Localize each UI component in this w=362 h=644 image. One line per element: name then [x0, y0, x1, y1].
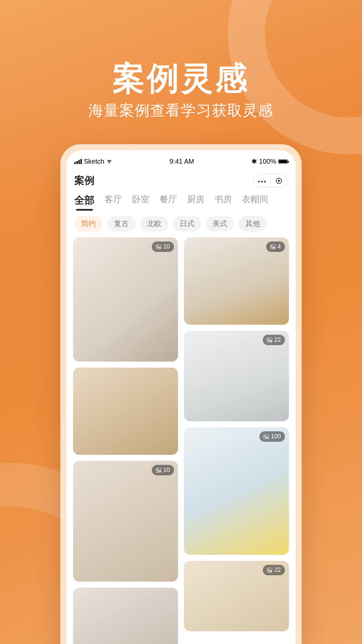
room-tabs: 全部 客厅 卧室 餐厅 厨房 书房 衣帽间: [66, 190, 296, 211]
image-icon: [156, 245, 161, 249]
image-icon: [263, 434, 269, 439]
case-card[interactable]: 22: [184, 331, 289, 421]
status-bar: Sketch 9:41 AM ✱ 100%: [66, 154, 296, 169]
wifi-icon: [106, 158, 112, 164]
tab-livingroom[interactable]: 客厅: [105, 194, 122, 211]
style-retro[interactable]: 复古: [107, 216, 135, 231]
case-card[interactable]: 4: [184, 237, 289, 325]
image-icon: [267, 338, 272, 342]
image-icon: [270, 245, 276, 249]
photo-count-badge: 100: [259, 431, 285, 442]
phone-screen: Sketch 9:41 AM ✱ 100% 案例: [66, 150, 296, 644]
carrier-label: Sketch: [84, 158, 104, 165]
status-time: 9:41 AM: [170, 158, 194, 165]
style-american[interactable]: 美式: [206, 216, 234, 231]
battery-label: 100%: [259, 158, 276, 165]
image-icon: [267, 568, 272, 573]
phone-frame: Sketch 9:41 AM ✱ 100% 案例: [60, 144, 302, 644]
status-left: Sketch: [74, 158, 112, 165]
style-minimal[interactable]: 简约: [74, 216, 103, 231]
page-header: 案例: [66, 169, 296, 190]
photo-count-badge: 10: [152, 465, 174, 475]
photo-count-badge: 22: [263, 335, 285, 345]
style-filters: 简约 复古 北欧 日式 美式 其他: [66, 211, 296, 235]
capsule-close-button[interactable]: [270, 174, 287, 187]
tab-diningroom[interactable]: 餐厅: [160, 194, 177, 211]
tab-closet[interactable]: 衣帽间: [242, 194, 268, 211]
tab-bedroom[interactable]: 卧室: [132, 194, 149, 211]
tab-all[interactable]: 全部: [74, 194, 95, 211]
case-card[interactable]: [73, 588, 178, 644]
tab-kitchen[interactable]: 厨房: [187, 194, 204, 211]
photo-count: 10: [163, 243, 170, 250]
capsule-more-button[interactable]: [253, 174, 270, 187]
case-card[interactable]: 10: [73, 237, 178, 362]
hero-subtitle: 海量案例查看学习获取灵感: [0, 101, 362, 120]
image-icon: [156, 468, 161, 473]
style-other[interactable]: 其他: [239, 216, 267, 231]
hero-title: 案例灵感: [0, 57, 362, 101]
style-nordic[interactable]: 北欧: [140, 216, 168, 231]
tab-study[interactable]: 书房: [215, 194, 232, 211]
battery-icon: [278, 159, 288, 164]
photo-count-badge: 10: [152, 241, 174, 252]
case-card[interactable]: 10: [73, 461, 178, 582]
promo-background: 案例灵感 海量案例查看学习获取灵感 Sketch 9:41 AM ✱ 100%: [0, 0, 362, 644]
photo-count: 22: [274, 567, 281, 574]
photo-count: 4: [278, 243, 281, 250]
photo-count: 100: [271, 433, 281, 440]
grid-col-left: 10 10: [73, 237, 178, 644]
case-grid[interactable]: 10 10: [66, 235, 296, 644]
case-card[interactable]: 100: [184, 427, 289, 555]
status-right: ✱ 100%: [251, 157, 288, 165]
photo-count: 10: [163, 467, 170, 474]
miniprogram-capsule[interactable]: [253, 174, 288, 187]
grid-col-right: 4 22 100: [184, 237, 289, 644]
bluetooth-icon: ✱: [251, 157, 257, 165]
page-title: 案例: [74, 174, 95, 187]
photo-count: 22: [274, 336, 281, 343]
case-card[interactable]: [73, 368, 178, 455]
photo-count-badge: 22: [263, 565, 285, 575]
signal-icon: [74, 159, 82, 164]
style-japanese[interactable]: 日式: [173, 216, 201, 231]
case-card[interactable]: 22: [184, 561, 289, 631]
photo-count-badge: 4: [266, 241, 285, 252]
